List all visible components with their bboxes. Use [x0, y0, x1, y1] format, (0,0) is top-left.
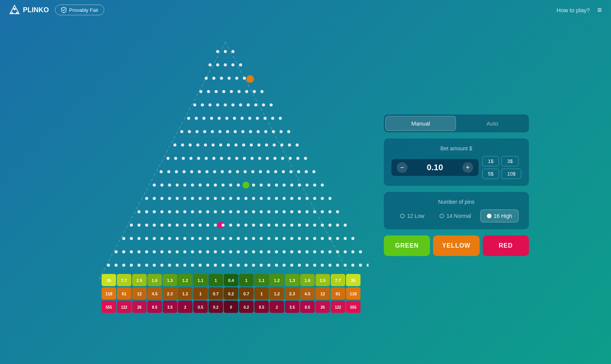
bet-control: − 0.10 +	[391, 159, 478, 176]
svg-point-56	[203, 130, 206, 133]
pin-option-16-high[interactable]: 16 High	[480, 209, 519, 222]
svg-point-40	[187, 117, 190, 120]
svg-point-197	[321, 210, 324, 213]
svg-point-74	[219, 143, 222, 147]
provably-fair-button[interactable]: Provably Fair	[55, 5, 104, 15]
svg-text:1.3: 1.3	[167, 278, 173, 283]
shield-icon	[61, 7, 67, 13]
svg-point-191	[275, 210, 278, 213]
svg-point-275	[221, 250, 225, 253]
yellow-button[interactable]: YELLOW	[433, 235, 479, 256]
pin-option-14-normal[interactable]: 14 Normal	[433, 210, 477, 222]
svg-text:0.5: 0.5	[198, 305, 203, 309]
svg-point-140	[267, 184, 270, 187]
svg-point-280	[260, 250, 263, 253]
svg-text:0.2: 0.2	[228, 292, 234, 296]
bet-value: 0.10	[413, 163, 457, 172]
svg-point-278	[244, 250, 247, 253]
svg-text:2.5: 2.5	[136, 278, 142, 283]
how-to-play-link[interactable]: How to play?	[557, 7, 590, 13]
preset-3-button[interactable]: 3$	[501, 156, 518, 166]
svg-point-77	[242, 143, 245, 147]
preset-row-1: 1$ 3$	[482, 156, 521, 166]
svg-point-315	[267, 264, 270, 267]
svg-point-231	[130, 237, 133, 240]
svg-point-37	[254, 103, 257, 106]
svg-point-198	[328, 210, 331, 213]
svg-point-179	[183, 210, 186, 213]
svg-point-109	[198, 170, 201, 173]
svg-text:35: 35	[107, 278, 111, 283]
svg-point-237	[176, 237, 179, 240]
svg-point-328	[367, 264, 369, 267]
svg-point-135	[242, 182, 249, 188]
tab-auto[interactable]: Auto	[457, 116, 527, 131]
bet-amount-row: − 0.10 + 1$ 3$ 5$ 10$	[391, 156, 521, 179]
main-content: 35 7.7 2.5 1.6 1.3 1.2 1.1 1 0.4	[0, 23, 611, 364]
svg-point-310	[229, 264, 232, 267]
svg-point-12	[239, 63, 242, 66]
svg-point-297	[130, 264, 133, 267]
svg-point-20	[199, 90, 202, 93]
svg-point-325	[344, 264, 347, 267]
svg-point-235	[160, 237, 163, 240]
svg-point-98	[266, 157, 269, 160]
preset-5-button[interactable]: 5$	[482, 169, 499, 179]
svg-point-58	[218, 130, 221, 133]
preset-1-button[interactable]: 1$	[482, 156, 499, 166]
red-button[interactable]: RED	[483, 235, 529, 256]
svg-text:3.5: 3.5	[289, 305, 295, 309]
bet-increase-button[interactable]: +	[462, 162, 473, 173]
svg-point-14	[212, 77, 215, 80]
svg-text:12: 12	[320, 292, 325, 296]
svg-point-65	[272, 130, 275, 133]
svg-point-180	[191, 210, 194, 213]
svg-point-49	[256, 117, 259, 120]
pin-option-12-low[interactable]: 12 Low	[394, 210, 430, 222]
svg-text:2: 2	[276, 305, 278, 309]
svg-point-232	[137, 237, 141, 240]
svg-text:1.2: 1.2	[182, 278, 188, 283]
svg-point-29	[193, 103, 196, 106]
svg-text:1.3: 1.3	[289, 278, 295, 283]
svg-point-222	[290, 224, 293, 227]
svg-point-260	[351, 237, 354, 240]
svg-point-124	[312, 170, 315, 173]
svg-point-234	[153, 237, 156, 240]
svg-point-293	[359, 250, 362, 253]
svg-point-2	[11, 12, 13, 14]
svg-point-302	[168, 264, 171, 267]
bet-decrease-button[interactable]: −	[397, 162, 407, 173]
svg-point-133	[214, 184, 217, 187]
hamburger-icon[interactable]: ≡	[597, 6, 602, 14]
svg-point-279	[252, 250, 255, 253]
svg-text:1.6: 1.6	[152, 278, 157, 283]
svg-point-69	[181, 143, 184, 147]
svg-point-57	[211, 130, 214, 133]
radio-16-high	[487, 214, 491, 218]
svg-text:0: 0	[230, 305, 232, 309]
svg-point-76	[234, 143, 238, 147]
svg-point-154	[191, 197, 194, 200]
svg-point-60	[234, 130, 237, 133]
svg-point-185	[229, 210, 232, 213]
green-button[interactable]: GREEN	[384, 235, 430, 256]
svg-point-101	[289, 157, 292, 160]
svg-point-196	[313, 210, 316, 213]
svg-text:555: 555	[350, 305, 357, 309]
svg-point-147	[321, 184, 324, 187]
preset-10-button[interactable]: 10$	[501, 169, 521, 179]
svg-point-223	[298, 224, 301, 227]
svg-point-213	[221, 224, 225, 227]
svg-text:1.2: 1.2	[274, 278, 280, 283]
svg-point-84	[296, 143, 299, 147]
svg-text:0.7: 0.7	[213, 292, 218, 296]
svg-point-264	[137, 250, 141, 253]
svg-point-19	[246, 75, 254, 83]
svg-point-317	[283, 264, 286, 267]
tab-manual[interactable]: Manual	[385, 116, 456, 131]
svg-point-156	[206, 197, 209, 200]
svg-point-91	[212, 157, 215, 160]
svg-point-308	[214, 264, 217, 267]
svg-point-216	[244, 224, 247, 227]
